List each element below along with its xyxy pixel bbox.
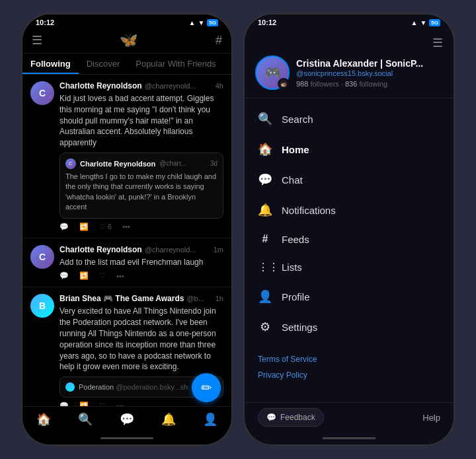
reply-icon-3: 💬 [60, 402, 69, 406]
hamburger-icon[interactable]: ☰ [32, 33, 42, 48]
post3-actions: 💬 🔁 ♡ ••• [60, 402, 223, 406]
menu-hamburger-icon[interactable]: ☰ [432, 36, 443, 50]
repost-icon-1: 🔁 [79, 223, 89, 231]
footer-links: Terms of Service Privacy Policy [245, 353, 454, 380]
bottom-nav-notifications[interactable]: 🔔 [161, 412, 176, 427]
feedback-icon: 💬 [266, 413, 276, 422]
reply-btn-2[interactable]: 💬 [60, 271, 69, 280]
bottom-nav-home[interactable]: 🏠 [36, 412, 51, 427]
post3-text: Very excited to have All Things Nintendo… [60, 306, 223, 372]
quoted-text-1: The lengths I go to to make my child lau… [65, 172, 218, 213]
quoted-avatar-1: C [65, 159, 76, 169]
post2-content: Charlotte Reynoldson @charreynold... 1m … [60, 245, 223, 281]
chat-menu-icon: 💬 [258, 172, 272, 187]
profile-menu-icon: 👤 [258, 289, 272, 304]
bottom-nav-profile[interactable]: 👤 [203, 412, 218, 427]
menu-item-notifications[interactable]: 🔔 Notifications [245, 195, 454, 225]
heart-icon-1: ♡ [99, 223, 106, 231]
phone-1: 10:12 ▲ ▼ 5G ☰ 🦋 # Following Discover Po… [21, 13, 233, 446]
reply-btn-3[interactable]: 💬 [60, 402, 69, 406]
lists-menu-icon: ⋮⋮ [258, 261, 272, 273]
profile-menu-label: Profile [282, 291, 310, 302]
like-btn-2[interactable]: ♡ [99, 271, 106, 280]
home-indicator-2 [245, 435, 454, 444]
quoted-handle-1: @charr... [159, 160, 186, 167]
settings-menu-label: Settings [282, 322, 317, 333]
post3-header: Brian Shea 🎮 The Game Awards @b... 1h [60, 294, 223, 303]
profile-display-name: Cristina Alexander | SonicP... [296, 58, 443, 69]
quoted-post-1[interactable]: C Charlotte Reynoldson @charr... 3d The … [60, 153, 223, 219]
search-menu-label: Search [282, 114, 313, 125]
avatar-brian[interactable]: B [30, 294, 54, 318]
menu-item-feeds[interactable]: # Feeds [245, 225, 454, 253]
menu-item-home[interactable]: 🏠 Home [245, 134, 454, 164]
compose-fab[interactable]: ✏ [192, 373, 221, 402]
post1-time: 4h [216, 82, 223, 90]
wifi-icon: ▼ [198, 19, 204, 26]
post3-name: Brian Shea 🎮 The Game Awards [60, 294, 184, 303]
help-link[interactable]: Help [422, 413, 440, 423]
reply-btn-1[interactable]: 💬 [60, 223, 69, 231]
tab-following[interactable]: Following [22, 53, 79, 74]
status-icons-2: ▲ ▼ 5G [411, 19, 440, 26]
post2-text: Add to the list mad evil Frenchman laugh [60, 257, 223, 268]
phone-2: 10:12 ▲ ▼ 5G ☰ 🎮 🦔 Cri [243, 13, 455, 446]
post3-handle: @b... [186, 295, 204, 302]
more-btn-2[interactable]: ••• [116, 272, 124, 280]
privacy-link[interactable]: Privacy Policy [258, 371, 307, 380]
time-1: 10:12 [36, 18, 54, 26]
signal-icon: ▲ [189, 19, 196, 26]
menu-item-settings[interactable]: ⚙ Settings [245, 312, 454, 342]
avatar-charlotte-1[interactable]: C [30, 81, 54, 105]
hashtag-icon[interactable]: # [216, 34, 222, 48]
like-btn-3[interactable]: ♡ [99, 402, 106, 406]
poderation-label: Poderation @poderation.bsky...sh [79, 383, 188, 391]
tab-popular[interactable]: Popular With Friends [128, 53, 223, 74]
post3-time: 1h [216, 295, 223, 302]
repost-btn-1[interactable]: 🔁 [79, 223, 89, 231]
home-menu-icon: 🏠 [258, 142, 272, 157]
post1-content: Charlotte Reynoldson @charreynold... 4h … [60, 81, 223, 231]
screenshot-container: 10:12 ▲ ▼ 5G ☰ 🦋 # Following Discover Po… [0, 0, 476, 459]
post2-name: Charlotte Reynoldson [60, 245, 142, 254]
post2-header: Charlotte Reynoldson @charreynold... 1m [60, 245, 223, 254]
heart-icon-3: ♡ [99, 402, 106, 406]
tab-blac[interactable]: Blac [224, 53, 231, 74]
following-count: 836 [345, 80, 357, 88]
repost-btn-3[interactable]: 🔁 [79, 402, 89, 406]
profile-avatar-badge: 🦔 [278, 78, 290, 90]
chat-menu-label: Chat [282, 174, 303, 186]
repost-icon-3: 🔁 [79, 402, 89, 406]
app-header-1: ☰ 🦋 # [22, 28, 231, 53]
post2-handle: @charreynold... [145, 246, 196, 254]
post-2: C Charlotte Reynoldson @charreynold... 1… [22, 238, 231, 288]
repost-btn-2[interactable]: 🔁 [79, 271, 89, 280]
menu-item-profile[interactable]: 👤 Profile [245, 281, 454, 312]
menu-item-search[interactable]: 🔍 Search [245, 104, 454, 134]
avatar-charlotte-2[interactable]: C [30, 245, 54, 269]
search-menu-icon: 🔍 [258, 112, 272, 126]
bottom-nav-chat[interactable]: 💬 [120, 412, 134, 427]
post-1: C Charlotte Reynoldson @charreynold... 4… [22, 75, 231, 238]
bottom-nav-search[interactable]: 🔍 [78, 412, 93, 427]
profile-avatar-large[interactable]: 🎮 🦔 [255, 55, 290, 90]
quoted-time-1: 3d [210, 160, 218, 167]
menu-item-lists[interactable]: ⋮⋮ Lists [245, 253, 454, 281]
more-btn-1[interactable]: ••• [122, 223, 130, 230]
status-bar-2: 10:12 ▲ ▼ 5G [245, 15, 454, 28]
profile-stats: 988 followers · 836 following [296, 80, 443, 88]
tab-discover[interactable]: Discover [79, 53, 128, 74]
reply-icon-2: 💬 [60, 271, 69, 280]
phone1-inner: 10:12 ▲ ▼ 5G ☰ 🦋 # Following Discover Po… [22, 15, 231, 444]
bottom-nav-1: 🏠 🔍 💬 🔔 👤 [22, 406, 231, 435]
phone2-inner: 10:12 ▲ ▼ 5G ☰ 🎮 🦔 Cri [245, 15, 454, 444]
5g-badge-2: 5G [429, 19, 440, 26]
feedback-button[interactable]: 💬 Feedback [258, 408, 324, 427]
post1-name: Charlotte Reynoldson [60, 81, 142, 90]
status-bar-1: 10:12 ▲ ▼ 5G [22, 15, 231, 28]
like-btn-1[interactable]: ♡ 6 [99, 223, 112, 231]
notifications-menu-label: Notifications [282, 205, 336, 216]
menu-item-chat[interactable]: 💬 Chat [245, 164, 454, 195]
tos-link[interactable]: Terms of Service [258, 355, 317, 364]
quoted-header-1: C Charlotte Reynoldson @charr... 3d [65, 159, 218, 169]
